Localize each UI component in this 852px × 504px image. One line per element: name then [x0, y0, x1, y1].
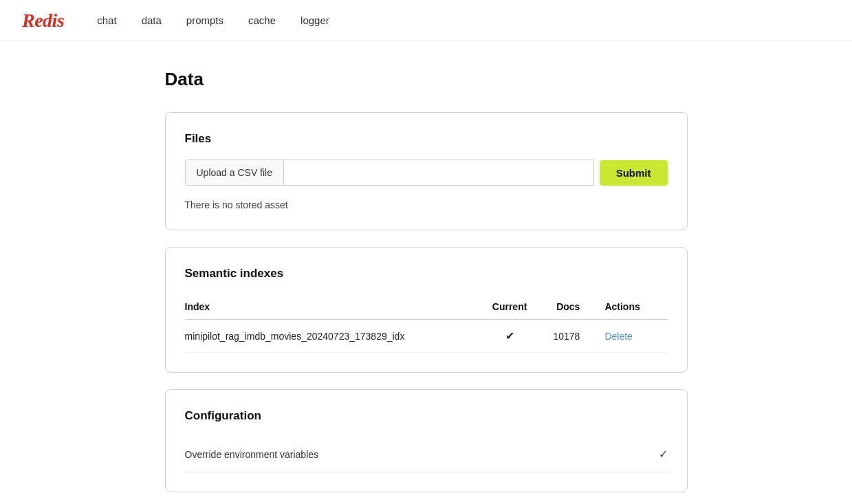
- index-docs-count: 10178: [542, 320, 588, 353]
- semantic-indexes-title: Semantic indexes: [185, 267, 668, 281]
- config-check-icon: ✓: [659, 448, 668, 461]
- upload-csv-button[interactable]: Upload a CSV file: [185, 160, 285, 186]
- index-current-cell: ✔: [485, 320, 542, 353]
- files-card: Files Upload a CSV file Submit There is …: [165, 112, 688, 230]
- files-card-title: Files: [185, 132, 668, 146]
- main-nav: Redis chat data prompts cache logger: [0, 0, 852, 41]
- logo[interactable]: Redis: [22, 10, 64, 32]
- header-row: Index Current Docs Actions: [185, 294, 668, 320]
- indexes-table-header: Index Current Docs Actions: [185, 294, 668, 320]
- index-actions-cell: Delete: [588, 320, 667, 353]
- col-header-current: Current: [485, 294, 542, 320]
- config-label-override: Override environment variables: [185, 449, 319, 460]
- index-name: minipilot_rag_imdb_movies_20240723_17382…: [185, 320, 485, 353]
- nav-link-chat[interactable]: chat: [97, 14, 116, 26]
- nav-item-data[interactable]: data: [142, 14, 162, 26]
- indexes-table-body: minipilot_rag_imdb_movies_20240723_17382…: [185, 320, 668, 353]
- nav-link-data[interactable]: data: [142, 14, 162, 26]
- table-row: minipilot_rag_imdb_movies_20240723_17382…: [185, 320, 668, 353]
- indexes-table: Index Current Docs Actions minipilot_rag…: [185, 294, 668, 353]
- semantic-indexes-card: Semantic indexes Index Current Docs Acti…: [165, 247, 688, 373]
- col-header-actions: Actions: [588, 294, 667, 320]
- nav-item-cache[interactable]: cache: [248, 14, 276, 26]
- file-upload-row: Upload a CSV file Submit: [185, 160, 668, 186]
- no-asset-message: There is no stored asset: [185, 199, 668, 210]
- configuration-title: Configuration: [185, 409, 668, 423]
- nav-links: chat data prompts cache logger: [97, 14, 329, 26]
- page-title: Data: [165, 69, 688, 90]
- submit-button[interactable]: Submit: [600, 160, 668, 186]
- nav-item-chat[interactable]: chat: [97, 14, 116, 26]
- logo-text: Redis: [22, 10, 64, 31]
- config-row-override: Override environment variables ✓: [185, 437, 668, 472]
- nav-item-logger[interactable]: logger: [301, 14, 329, 26]
- col-header-docs: Docs: [542, 294, 588, 320]
- nav-link-prompts[interactable]: prompts: [186, 14, 223, 26]
- col-header-index: Index: [185, 294, 485, 320]
- main-content: Data Files Upload a CSV file Submit Ther…: [151, 41, 701, 504]
- nav-link-logger[interactable]: logger: [301, 14, 329, 26]
- configuration-card: Configuration Override environment varia…: [165, 389, 688, 492]
- nav-item-prompts[interactable]: prompts: [186, 14, 223, 26]
- delete-link[interactable]: Delete: [604, 331, 632, 342]
- file-path-input[interactable]: [284, 160, 594, 186]
- nav-link-cache[interactable]: cache: [248, 14, 276, 26]
- current-checkmark-icon: ✔: [505, 330, 514, 342]
